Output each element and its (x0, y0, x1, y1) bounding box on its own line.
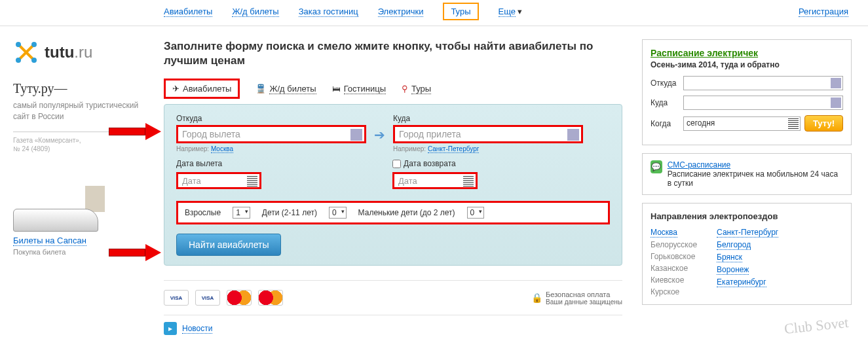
dir-link[interactable]: Воронеж (717, 265, 749, 275)
dir-link[interactable]: Москва (651, 228, 677, 238)
search-button[interactable]: Найти авиабилеты (176, 234, 281, 256)
plane-icon[interactable] (567, 129, 579, 141)
passengers-row: Взрослые 1 Дети (2-11 лет) 0 Маленькие д… (176, 201, 610, 224)
side-when-label: Когда (651, 119, 679, 128)
annotation-arrow (109, 244, 161, 261)
nav-tours[interactable]: Туры (443, 3, 478, 20)
children-select[interactable]: 0 (329, 207, 347, 219)
to-hint: Например: Санкт-Петербург (393, 145, 583, 152)
news-icon: ▸ (164, 322, 177, 335)
children-label: Дети (2-11 лет) (262, 208, 317, 217)
tagline-head: Туту.ру— (13, 81, 144, 96)
svg-point-1 (31, 42, 37, 47)
side-to-label: Куда (651, 98, 679, 107)
plane-icon: ✈ (172, 84, 179, 94)
dir-link[interactable]: Белорусское (651, 240, 697, 249)
return-placeholder: Дата (398, 176, 417, 186)
dir-link[interactable]: Екатеринбург (717, 277, 766, 287)
nav-more[interactable]: Еще ▾ (499, 7, 522, 17)
side-to-input[interactable] (683, 96, 843, 110)
depart-date-input[interactable]: Дата (176, 172, 261, 189)
dir-link[interactable]: Белгород (717, 240, 751, 250)
left-column: tutu.ru Туту.ру— самый популярный турист… (13, 39, 144, 335)
visa-electron-icon: VISA (195, 290, 220, 306)
top-nav: Авиабилеты Ж/д билеты Заказ гостиниц Эле… (0, 0, 868, 26)
secure-payment: 🔒 Безопасная оплата Ваши данные защищены (531, 291, 622, 306)
visa-icon: VISA (164, 290, 189, 306)
tab-tours-label: Туры (411, 84, 431, 94)
from-placeholder: Город вылета (182, 129, 240, 139)
annotation-arrow (109, 123, 161, 140)
side-when-value: сегодня (687, 118, 715, 128)
directions-col-2: Санкт-Петербург Белгород Брянск Воронеж … (717, 228, 778, 296)
dir-link[interactable]: Киевское (651, 275, 684, 285)
svg-point-0 (16, 42, 21, 47)
adults-label: Взрослые (185, 208, 221, 217)
to-input[interactable]: Город прилета (393, 125, 583, 143)
depart-label: Дата вылета (176, 159, 261, 168)
to-placeholder: Город прилета (399, 129, 461, 139)
payments-row: VISA VISA 🔒 Безопасная оплата Ваши данны… (164, 280, 622, 306)
tab-train[interactable]: 🚆 Ж/д билеты (255, 84, 316, 94)
sms-box: 💬 СМС-расписание Расписание электричек н… (642, 153, 852, 195)
tutu-button[interactable]: Туту! (804, 115, 843, 132)
svg-point-3 (31, 58, 37, 63)
nav-train[interactable]: Ж/д билеты (232, 7, 278, 17)
schedule-title[interactable]: Расписание электричек (651, 48, 758, 58)
dir-link[interactable]: Казанское (651, 264, 688, 273)
nav-more-label: Еще (499, 7, 516, 17)
nav-elektr[interactable]: Электрички (378, 7, 424, 17)
return-date-input[interactable]: Дата (392, 172, 478, 189)
train-icon: 🚆 (255, 84, 266, 94)
dir-link[interactable]: Курское (651, 287, 679, 296)
adults-select[interactable]: 1 (233, 207, 250, 219)
from-example-link[interactable]: Москва (211, 145, 233, 153)
calendar-icon[interactable] (463, 176, 474, 186)
to-example-link[interactable]: Санкт-Петербург (428, 145, 479, 153)
return-label: Дата возврата (392, 159, 478, 168)
schedule-sub: Осень-зима 2014, туда и обратно (651, 60, 843, 69)
to-label: Куда (393, 114, 583, 123)
calendar-icon[interactable] (788, 118, 799, 129)
logo-text: tutu.ru (45, 43, 92, 62)
tab-tours[interactable]: ⚲ Туры (402, 84, 431, 94)
sapsan-illustration (13, 179, 118, 232)
plane-icon[interactable] (831, 97, 841, 108)
main-column: Заполните форму поиска и смело жмите кно… (164, 39, 622, 335)
nav-avia[interactable]: Авиабилеты (164, 7, 212, 17)
return-checkbox[interactable] (392, 160, 401, 168)
calendar-icon[interactable] (247, 176, 257, 186)
from-input[interactable]: Город вылета (176, 125, 366, 143)
from-hint: Например: Москва (176, 145, 366, 152)
tab-hotel[interactable]: 🛏 Гостиницы (332, 84, 386, 94)
news-link[interactable]: Новости (182, 324, 212, 334)
directions-box: Направления электропоездов Москва Белору… (642, 203, 852, 305)
sms-link[interactable]: СМС-расписание (668, 160, 730, 169)
mastercard-icon (227, 290, 252, 306)
plane-icon[interactable] (831, 78, 841, 88)
bed-icon: 🛏 (332, 84, 341, 94)
arrow-right-icon: ➔ (374, 114, 385, 143)
nav-hotel[interactable]: Заказ гостиниц (299, 7, 358, 17)
right-column: Расписание электричек Осень-зима 2014, т… (642, 39, 852, 335)
dir-link[interactable]: Брянск (717, 253, 742, 262)
tab-train-label: Ж/д билеты (269, 84, 316, 94)
maestro-icon (258, 290, 283, 306)
logo[interactable]: tutu.ru (13, 39, 144, 65)
tab-hotel-label: Гостиницы (344, 84, 386, 94)
tab-avia-label: Авиабилеты (183, 84, 231, 94)
side-from-input[interactable] (683, 76, 843, 90)
plane-icon[interactable] (350, 129, 362, 141)
infants-select[interactable]: 0 (467, 207, 485, 219)
side-when-input[interactable]: сегодня (683, 116, 801, 131)
directions-col-1: Москва Белорусское Горьковское Казанское… (651, 228, 697, 296)
tab-avia[interactable]: ✈ Авиабилеты (164, 79, 240, 99)
sms-icon: 💬 (651, 160, 662, 173)
nav-register[interactable]: Регистрация (799, 7, 848, 17)
dir-link[interactable]: Санкт-Петербург (717, 228, 778, 238)
side-from-label: Откуда (651, 79, 679, 88)
lock-icon: 🔒 (531, 292, 542, 303)
sapsan-link[interactable]: Билеты на Сапсан (13, 236, 86, 246)
directions-head: Направления электропоездов (651, 211, 843, 221)
dir-link[interactable]: Горьковское (651, 252, 695, 261)
